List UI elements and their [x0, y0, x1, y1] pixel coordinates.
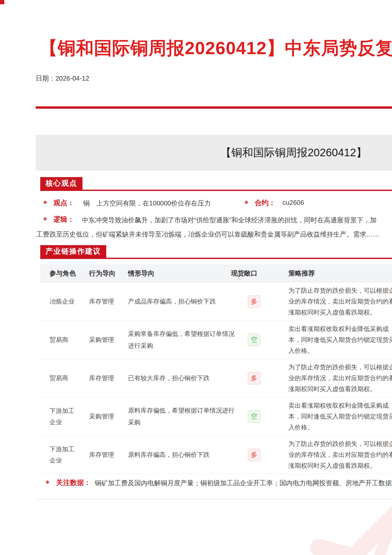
contract-label: 合约：: [255, 198, 276, 207]
advice-table: 参与角色 行为导向 情形导向 现货敞口 策略推荐 冶炼企业 库存管理 产成品库存…: [40, 264, 392, 474]
cell-behavior: 采购管理: [89, 321, 126, 359]
cell-behavior: 库存管理: [89, 359, 126, 397]
cell-situation: 原料库存偏高，担心铜价下跌: [128, 436, 247, 474]
red-divider-rule: [36, 106, 392, 109]
core-heading-badge: 核心观点: [40, 177, 82, 190]
viewpoint-text: 铜 上方空间有限，在100000价位存在压力: [83, 199, 211, 208]
cell-situation: 产成品库存偏高，担心铜价下跌: [128, 282, 247, 320]
cell-behavior: 库存管理: [89, 282, 126, 320]
report-page: 【铜和国际铜周报20260412】中东局势反复 日期：2026-04-12 【铜…: [0, 0, 392, 555]
focus-data-row: ❖ 关注数据： 铜矿加工费及国内电解铜月度产量；铜初级加工品企业开工率；国内电力…: [0, 476, 392, 491]
column-header-exposure: 现货敞口: [231, 264, 257, 282]
cell-exposure: 空: [248, 397, 260, 435]
column-header-strategy: 策略推荐: [288, 264, 315, 282]
table-header-row: 参与角色 行为导向 情形导向 现货敞口 策略推荐: [40, 264, 392, 282]
column-header-role: 参与角色: [49, 264, 76, 282]
section-core-heading: 核心观点: [40, 177, 392, 191]
table-row: 冶炼企业 库存管理 产成品库存偏高，担心铜价下跌 多 为了防止存货的跌价损失，可…: [40, 282, 392, 321]
logic-label: 逻辑：: [53, 215, 74, 224]
cell-exposure: 多: [248, 359, 260, 397]
cell-exposure: 空: [248, 321, 260, 359]
exposure-badge-long: 多: [248, 372, 260, 385]
cell-behavior: 库存管理: [89, 436, 126, 474]
table-row: 贸易商 库存管理 已有较大库存，担心铜价下跌 多 为了防止存货的跌价损失，可以根…: [40, 359, 392, 397]
table-row: 下游加工 企业 采购管理 原料库存偏低，希望根据订单情况进行 采购 空 卖出看涨…: [40, 397, 392, 436]
cell-role: 冶炼企业: [49, 282, 84, 320]
column-header-behavior: 行为导向: [89, 264, 115, 282]
diamond-bullet-icon: ❖: [43, 200, 47, 205]
viewpoint-label: 观点：: [53, 198, 74, 207]
cell-situation: 已有较大库存，担心铜价下跌: [128, 359, 247, 397]
cell-strategy: 为了防止存货的跌价损失，可以根据企 业的库存情况，卖出对应期货合约的看 涨期权同…: [288, 359, 392, 397]
corner-red-mark: [0, 0, 4, 4]
focus-data-text: 铜矿加工费及国内电解铜月度产量；铜初级加工品企业开工率；国内电力电网投资额、房地…: [95, 479, 392, 488]
cell-situation: 采购常备库存偏低，希望根据订单情况 进行采购: [128, 321, 247, 359]
table-row: 下游加工 企业 库存管理 原料库存偏高，担心铜价下跌 多 为了防止存货的跌价损失…: [40, 436, 392, 474]
viewpoint-row: ❖ 观点： 铜 上方空间有限，在100000价位存在压力 ❖ 合约： cu260…: [0, 197, 392, 210]
table-row: 贸易商 采购管理 采购常备库存偏低，希望根据订单情况 进行采购 空 卖出看涨期权…: [40, 321, 392, 359]
exposure-badge-long: 多: [248, 295, 260, 308]
exposure-badge-long: 多: [248, 449, 260, 461]
banner: 【铜和国际铜周报20260412】: [36, 135, 392, 170]
diamond-bullet-icon: ❖: [43, 216, 47, 222]
cell-role: 贸易商: [49, 321, 84, 359]
cell-strategy: 为了防止存货的跌价损失，可以根据企 业的库存情况，卖出对应期货合约的看 涨期权同…: [288, 282, 392, 320]
report-title: 【铜和国际铜周报20260412】中东局势反复: [40, 36, 392, 60]
focus-data-label: 关注数据：: [56, 478, 91, 487]
banner-title: 【铜和国际铜周报20260412】: [220, 145, 367, 160]
column-header-situation: 情形导向: [128, 264, 154, 282]
cell-strategy: 为了防止存货的跌价损失，可以根据企 业的库存情况，卖出对应期货合约的看 涨期权同…: [288, 436, 392, 474]
logic-text: 中东冲突导致油价飙升，加剧了市场对“供给型通胀”和全球经济滞胀的担忧，同时在高通…: [36, 213, 392, 241]
cell-role: 下游加工 企业: [49, 397, 84, 435]
cell-behavior: 采购管理: [89, 397, 126, 435]
cell-role: 贸易商: [49, 359, 84, 397]
cell-exposure: 多: [248, 282, 260, 320]
section-industry-heading: 产业链操作建议: [40, 245, 392, 259]
bottom-divider: [36, 499, 392, 500]
report-date: 日期：2026-04-12: [36, 74, 89, 83]
diamond-bullet-icon: ❖: [244, 200, 248, 205]
diamond-bullet-icon: ❖: [45, 479, 49, 485]
cell-exposure: 多: [248, 436, 260, 474]
contract-value: cu2606: [282, 199, 304, 206]
cell-strategy: 卖出看涨期权收取权利金降低采购成 本，同时逢低买入期货合约锁定现货买 入价格。: [288, 321, 392, 359]
industry-heading-badge: 产业链操作建议: [40, 245, 106, 258]
cell-situation: 原料库存偏低，希望根据订单情况进行 采购: [128, 397, 247, 435]
cell-strategy: 卖出看涨期权收取权利金降低采购成 本，同时逢低买入期货合约锁定现货买 入价格。: [288, 397, 392, 435]
exposure-badge-short: 空: [248, 334, 260, 346]
exposure-badge-short: 空: [248, 410, 260, 423]
cell-role: 下游加工 企业: [49, 436, 84, 474]
